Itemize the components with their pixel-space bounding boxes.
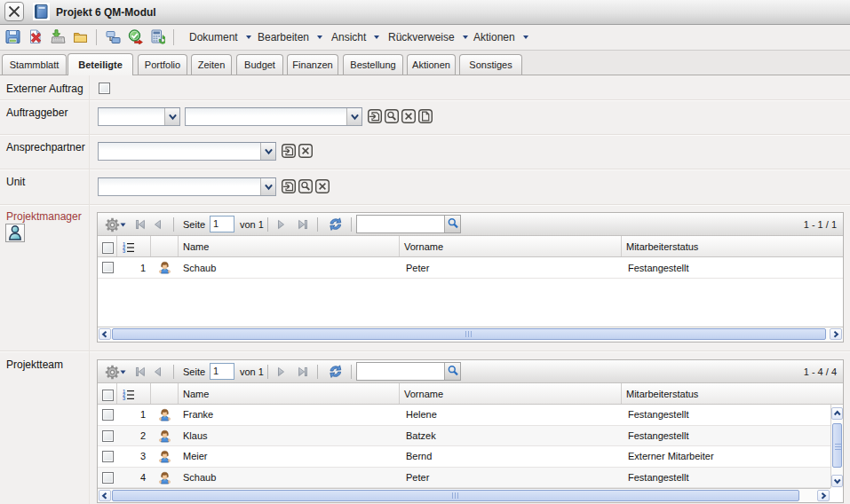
svg-text:3: 3 bbox=[123, 248, 126, 254]
svg-text:3: 3 bbox=[123, 396, 126, 401]
